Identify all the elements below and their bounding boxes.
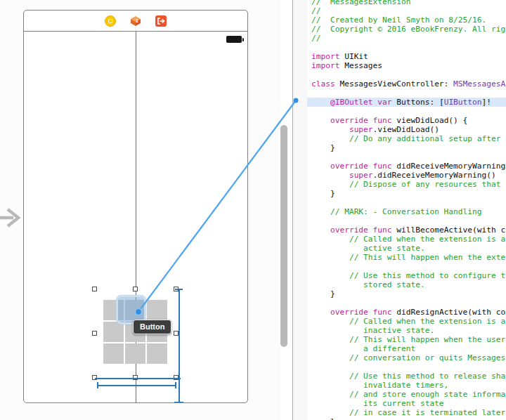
code-line: // (307, 6, 506, 15)
button-tooltip: Button (133, 320, 171, 334)
code-line (307, 298, 506, 308)
constraint-cap (175, 289, 183, 290)
code-line: stored state. (307, 280, 506, 289)
code-lines: // MessagesExtension//// Created by Neil… (307, 0, 506, 420)
code-line: // This will happen when the user (307, 335, 506, 344)
code-line: override func didResignActive(with co (307, 308, 506, 317)
code-line (307, 88, 506, 98)
code-line: @IBOutlet var Buttons: [UIButton]! (307, 98, 506, 107)
status-bar-battery-icon (226, 36, 242, 43)
code-line: // and store enough state informa (307, 390, 506, 399)
code-line: override func didReceiveMemoryWarning (307, 162, 506, 171)
first-responder-icon[interactable]: 1 (130, 15, 141, 27)
code-line: class MessagesViewController: MSMessages… (307, 79, 506, 88)
code-line: // MessagesExtension (307, 0, 506, 6)
selection-handle[interactable] (92, 287, 97, 291)
code-line: // Copyright © 2016 eBookFrenzy. All rig (307, 25, 506, 34)
selection-handle[interactable] (133, 287, 138, 291)
grid-button[interactable] (125, 343, 145, 364)
code-line (307, 43, 506, 52)
code-line: // (307, 34, 506, 43)
xcode-editor-area: 1 (0, 0, 506, 420)
scene-dock: 1 (24, 11, 247, 32)
code-line: inactive state. (307, 326, 506, 335)
code-line (307, 198, 506, 207)
selection-handle[interactable] (92, 331, 97, 336)
selection-handle[interactable] (174, 331, 179, 336)
code-line: // Use this method to configure t (307, 271, 506, 280)
storyboard-entry-arrow-icon[interactable] (0, 206, 22, 229)
constraint-width-bar (97, 385, 176, 386)
grid-button[interactable] (103, 322, 124, 342)
code-line: // Created by Neil Smyth on 8/25/16. (307, 15, 506, 25)
code-editor[interactable]: // MessagesExtension//// Created by Neil… (307, 0, 506, 420)
code-line: // Use this method to release sha (307, 372, 506, 381)
code-line: // in case it is terminated later (307, 408, 506, 417)
button-tooltip-label: Button (140, 322, 164, 331)
code-line: } (307, 143, 506, 152)
code-line (307, 262, 506, 271)
grid-button[interactable] (103, 343, 124, 364)
code-line: // conversation or quits Messages (307, 353, 506, 362)
code-line: override func willBecomeActive(with c (307, 225, 506, 235)
code-line: } (307, 189, 506, 198)
code-line: // MARK: - Conversation Handling (307, 207, 506, 216)
code-line: // This will happen when the exte (307, 253, 506, 262)
code-line (307, 152, 506, 162)
constraint-height-bar (179, 289, 180, 402)
code-line: super.viewDidLoad() (307, 125, 506, 134)
code-line (307, 362, 506, 372)
constraint-cap (175, 382, 176, 388)
storyboard-canvas[interactable]: 1 (0, 0, 280, 420)
code-line: import Messages (307, 61, 506, 70)
grid-button[interactable] (147, 343, 167, 364)
code-line: override func viewDidLoad() { (307, 116, 506, 125)
first-responder-badge: 1 (136, 18, 138, 23)
grid-button[interactable] (147, 300, 167, 320)
constraint-cap (97, 382, 98, 388)
code-line: active state. (307, 244, 506, 253)
code-line: // Called when the extension is a (307, 317, 506, 326)
code-line: // Called when the extension is a (307, 235, 506, 244)
code-line: import UIKit (307, 52, 506, 61)
code-line (307, 216, 506, 225)
code-line (307, 70, 506, 79)
code-line: // Do any additional setup after (307, 134, 506, 143)
code-line: invalidate timers, (307, 381, 506, 390)
constraint-line (95, 378, 181, 379)
code-line (307, 107, 506, 116)
code-line: } (307, 289, 506, 298)
code-line: its current state (307, 399, 506, 408)
exit-icon[interactable] (155, 15, 167, 27)
code-editor-gutter (293, 0, 307, 420)
constraint-cap (174, 402, 183, 403)
view-controller-icon[interactable] (105, 15, 116, 27)
code-line: // Dispose of any resources that (307, 180, 506, 189)
canvas-scrollbar-thumb[interactable] (280, 125, 287, 347)
code-line: a different (307, 344, 506, 353)
code-line: super.didReceiveMemoryWarning() (307, 171, 506, 180)
code-line: } (307, 417, 506, 420)
